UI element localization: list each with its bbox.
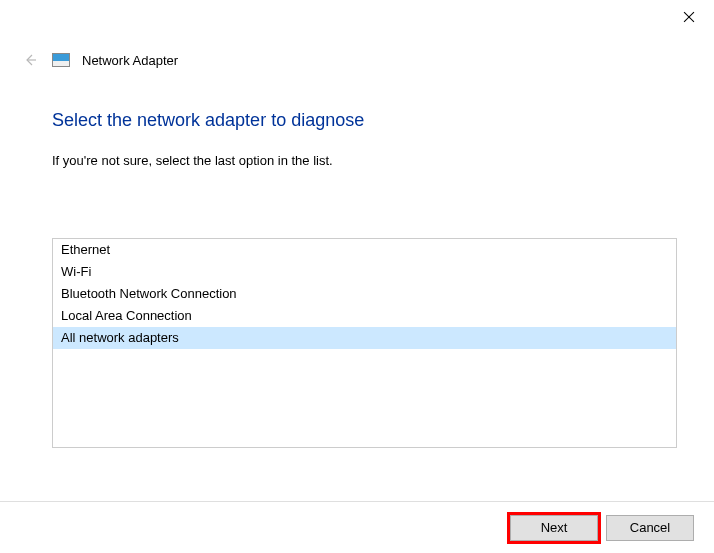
list-item[interactable]: Local Area Connection: [53, 305, 676, 327]
adapter-listbox[interactable]: Ethernet Wi-Fi Bluetooth Network Connect…: [52, 238, 677, 448]
list-item[interactable]: All network adapters: [53, 327, 676, 349]
cancel-button[interactable]: Cancel: [606, 515, 694, 541]
page-heading: Select the network adapter to diagnose: [52, 110, 662, 131]
header-row: Network Adapter: [0, 32, 714, 70]
window-title: Network Adapter: [82, 53, 178, 68]
page-subtext: If you're not sure, select the last opti…: [52, 153, 662, 168]
footer: Next Cancel: [0, 501, 714, 553]
list-item[interactable]: Wi-Fi: [53, 261, 676, 283]
next-button[interactable]: Next: [510, 515, 598, 541]
close-button[interactable]: [680, 8, 698, 26]
list-item[interactable]: Bluetooth Network Connection: [53, 283, 676, 305]
titlebar: [0, 0, 714, 32]
list-item[interactable]: Ethernet: [53, 239, 676, 261]
network-adapter-icon: [52, 53, 70, 67]
back-arrow-icon[interactable]: [20, 50, 40, 70]
content-area: Select the network adapter to diagnose I…: [0, 70, 714, 448]
